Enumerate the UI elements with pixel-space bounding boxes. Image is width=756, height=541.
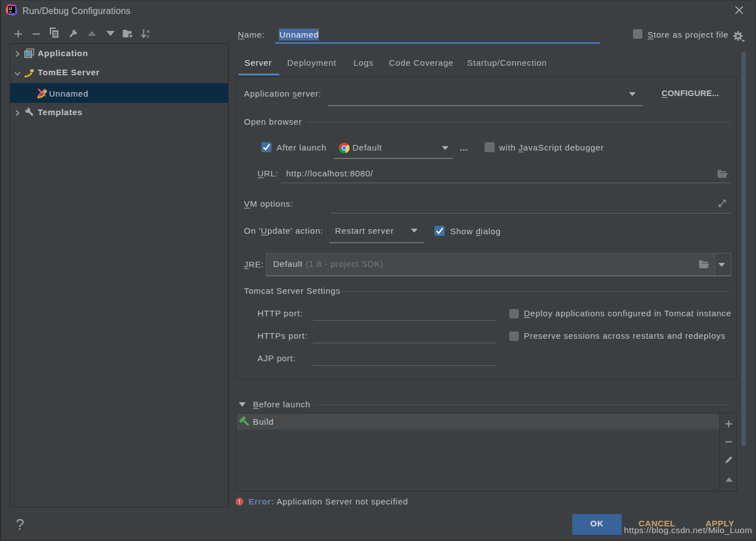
svg-text:z: z — [147, 34, 149, 39]
svg-text:IJ: IJ — [9, 7, 12, 11]
svg-text:a: a — [147, 29, 150, 34]
